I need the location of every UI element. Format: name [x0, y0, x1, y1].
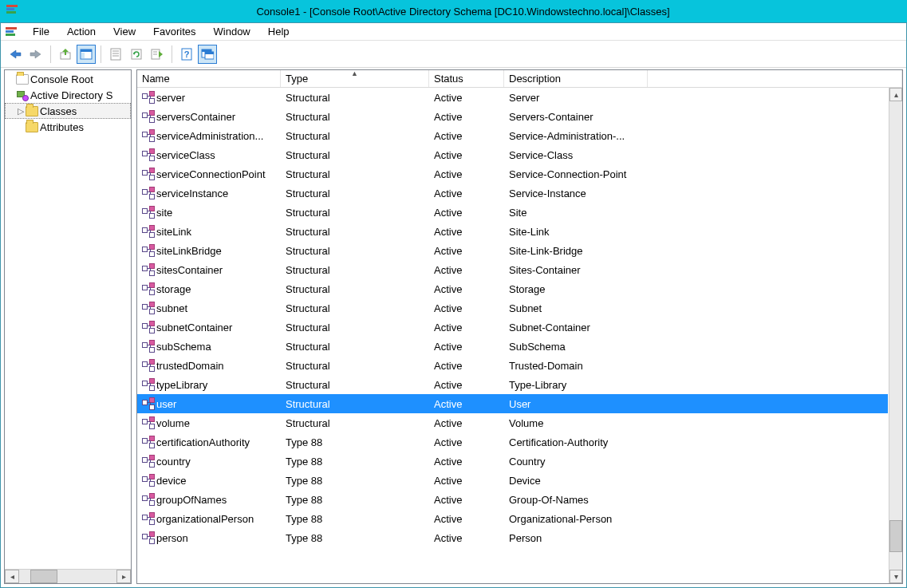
cell-type: Structural	[281, 264, 429, 276]
list-row[interactable]: volumeStructuralActiveVolume	[137, 413, 888, 432]
refresh-button[interactable]	[127, 45, 146, 64]
scroll-track[interactable]	[889, 101, 902, 570]
new-window-button[interactable]	[198, 45, 217, 64]
forward-button[interactable]	[26, 45, 45, 64]
cell-name: organizationalPerson	[156, 513, 254, 525]
cell-description: Server	[504, 92, 680, 104]
cell-description: User	[504, 398, 680, 410]
list-body: serverStructuralActiveServerserversConta…	[137, 88, 902, 583]
menu-action[interactable]: Action	[59, 25, 104, 38]
cell-status: Active	[429, 494, 504, 506]
show-hide-tree-button[interactable]	[77, 45, 96, 64]
export-icon	[151, 48, 164, 61]
list-row[interactable]: siteStructuralActiveSite	[137, 203, 888, 222]
scroll-track[interactable]	[19, 570, 116, 583]
list-row[interactable]: serversContainerStructuralActiveServers-…	[137, 107, 888, 126]
folder-icon	[26, 105, 38, 117]
scroll-thumb[interactable]	[889, 520, 902, 552]
export-list-button[interactable]	[148, 45, 167, 64]
cell-name: serviceAdministration...	[156, 130, 263, 142]
list-row[interactable]: countryType 88ActiveCountry	[137, 452, 888, 471]
window-title: Console1 - [Console Root\Active Director…	[26, 6, 901, 18]
properties-button[interactable]	[106, 45, 125, 64]
list-row[interactable]: typeLibraryStructuralActiveType-Library	[137, 375, 888, 394]
console-tree-icon	[80, 49, 93, 60]
cell-type: Structural	[281, 283, 429, 295]
class-icon	[142, 378, 155, 391]
list-row[interactable]: siteLinkStructuralActiveSite-Link	[137, 222, 888, 241]
console-tree[interactable]: Console Root Active Directory S ▷ Classe…	[5, 70, 131, 569]
list-row[interactable]: personType 88ActivePerson	[137, 528, 888, 547]
scroll-left-button[interactable]: ◂	[5, 570, 19, 583]
menu-view[interactable]: View	[105, 25, 144, 38]
cell-name: typeLibrary	[156, 379, 207, 391]
tree-node-console-root[interactable]: Console Root	[5, 71, 131, 87]
class-icon	[142, 474, 155, 487]
cell-name: country	[156, 456, 191, 468]
cell-type: Structural	[281, 302, 429, 314]
folder-icon	[16, 73, 29, 85]
cell-status: Active	[429, 341, 504, 353]
list-row[interactable]: subnetContainerStructuralActiveSubnet-Co…	[137, 318, 888, 337]
class-icon	[142, 359, 155, 372]
cell-description: Volume	[504, 417, 680, 429]
list-row[interactable]: organizationalPersonType 88ActiveOrganiz…	[137, 509, 888, 528]
cell-status: Active	[429, 111, 504, 123]
tree-node-schema[interactable]: Active Directory S	[5, 87, 131, 103]
list-rows[interactable]: serverStructuralActiveServerserversConta…	[137, 88, 888, 547]
list-row[interactable]: subSchemaStructuralActiveSubSchema	[137, 337, 888, 356]
cell-description: Site-Link	[504, 226, 680, 238]
list-row[interactable]: subnetStructuralActiveSubnet	[137, 298, 888, 318]
tree-label: Active Directory S	[30, 89, 112, 101]
list-row[interactable]: serviceConnectionPointStructuralActiveSe…	[137, 164, 888, 184]
scroll-thumb[interactable]	[30, 570, 57, 583]
list-vscrollbar[interactable]: ▴ ▾	[889, 88, 902, 583]
list-row[interactable]: storageStructuralActiveStorage	[137, 279, 888, 298]
list-row[interactable]: userStructuralActiveUser	[137, 394, 888, 413]
tree-node-attributes[interactable]: Attributes	[5, 119, 131, 135]
cell-status: Active	[429, 398, 504, 410]
list-row[interactable]: siteLinkBridgeStructuralActiveSite-Link-…	[137, 241, 888, 260]
column-header-status[interactable]: Status	[429, 70, 504, 87]
column-header-type[interactable]: Type▲	[281, 70, 429, 87]
list-row[interactable]: serverStructuralActiveServer	[137, 88, 888, 107]
column-header-description[interactable]: Description	[504, 70, 648, 87]
tree-node-classes[interactable]: ▷ Classes	[5, 103, 131, 119]
list-row[interactable]: groupOfNamesType 88ActiveGroup-Of-Names	[137, 490, 888, 509]
cell-status: Active	[429, 436, 504, 448]
menu-favorites[interactable]: Favorites	[145, 25, 203, 38]
cell-type: Structural	[281, 322, 429, 333]
scroll-right-button[interactable]: ▸	[116, 570, 131, 583]
list-row[interactable]: sitesContainerStructuralActiveSites-Cont…	[137, 260, 888, 279]
folder-up-icon	[59, 48, 72, 61]
cell-description: Service-Instance	[504, 187, 680, 199]
class-icon	[142, 416, 155, 429]
list-row[interactable]: trustedDomainStructuralActiveTrusted-Dom…	[137, 356, 888, 375]
cell-name: trustedDomain	[156, 360, 224, 372]
toolbar-separator	[50, 45, 51, 63]
list-row[interactable]: certificationAuthorityType 88ActiveCerti…	[137, 432, 888, 452]
up-button[interactable]	[56, 45, 75, 64]
cell-status: Active	[429, 149, 504, 161]
list-row[interactable]: deviceType 88ActiveDevice	[137, 471, 888, 490]
cell-name: serversContainer	[156, 111, 235, 123]
back-button[interactable]	[6, 45, 25, 64]
list-row[interactable]: serviceClassStructuralActiveService-Clas…	[137, 145, 888, 164]
scroll-down-button[interactable]: ▾	[889, 570, 902, 583]
menu-window[interactable]: Window	[206, 25, 258, 38]
list-row[interactable]: serviceInstanceStructuralActiveService-I…	[137, 184, 888, 203]
system-menu-icon[interactable]	[4, 25, 18, 39]
cell-description: Service-Class	[504, 149, 680, 161]
menu-help[interactable]: Help	[260, 25, 298, 38]
menu-file[interactable]: File	[25, 25, 57, 38]
list-row[interactable]: serviceAdministration...StructuralActive…	[137, 126, 888, 145]
cell-status: Active	[429, 187, 504, 199]
cell-type: Structural	[281, 111, 429, 123]
column-header-name[interactable]: Name	[137, 70, 281, 87]
expand-icon[interactable]: ▷	[16, 106, 26, 116]
list-header: Name Type▲ Status Description	[137, 70, 902, 88]
cell-status: Active	[429, 475, 504, 487]
help-button[interactable]: ?	[177, 45, 196, 64]
scroll-up-button[interactable]: ▴	[889, 88, 902, 101]
tree-hscrollbar[interactable]: ◂ ▸	[5, 569, 131, 583]
